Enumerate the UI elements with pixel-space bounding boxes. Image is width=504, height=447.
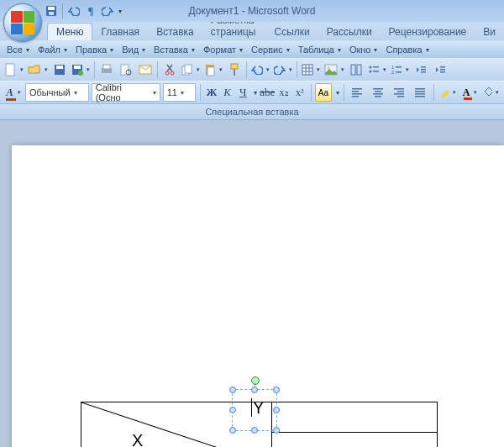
underline-dropdown[interactable]: ▾ <box>254 89 257 97</box>
font-color-button[interactable]: A <box>460 83 479 102</box>
table-cell-x[interactable]: X <box>107 431 143 447</box>
qat-redo-button[interactable] <box>100 3 115 18</box>
insert-table-button[interactable] <box>300 60 322 79</box>
superscript-button[interactable]: x² <box>293 84 307 101</box>
numbering-button[interactable]: 12 <box>389 60 411 79</box>
selected-text-box[interactable]: Y <box>232 389 277 431</box>
menu-insert[interactable]: Вставка▾ <box>150 43 198 56</box>
qat-save-button[interactable] <box>44 3 59 18</box>
print-preview-button[interactable] <box>117 60 135 79</box>
text-box-content[interactable]: Y <box>251 398 264 418</box>
new-doc-button[interactable] <box>3 60 25 79</box>
decrease-indent-button[interactable] <box>412 60 430 79</box>
qat-undo-button[interactable] <box>66 3 81 18</box>
menu-tools[interactable]: Сервис▾ <box>248 43 293 56</box>
resize-handle-s[interactable] <box>251 427 258 434</box>
quick-access-toolbar: ¶ ▾ <box>44 3 122 18</box>
menu-window[interactable]: Окно▾ <box>346 43 381 56</box>
svg-point-14 <box>165 71 169 75</box>
svg-rect-17 <box>185 65 192 73</box>
qat-customize-dropdown[interactable]: ▾ <box>118 8 122 15</box>
svg-rect-2 <box>49 12 54 15</box>
menu-view[interactable]: Вид▾ <box>118 43 149 56</box>
tab-insert[interactable]: Вставка <box>148 24 202 40</box>
svg-point-27 <box>370 66 372 69</box>
menu-help[interactable]: Справка▾ <box>382 43 432 56</box>
tab-menu[interactable]: Меню <box>47 23 92 40</box>
highlight-button[interactable] <box>438 83 458 102</box>
svg-rect-30 <box>373 71 379 72</box>
align-right-button[interactable] <box>390 83 408 102</box>
font-combo-value: Calibri (Осно <box>96 82 150 103</box>
redo-button[interactable] <box>272 60 294 79</box>
rotate-handle[interactable] <box>251 376 260 385</box>
menu-table[interactable]: Таблица▾ <box>295 43 344 56</box>
save-as-button[interactable] <box>70 60 92 79</box>
menu-file[interactable]: Файл▾ <box>34 43 71 56</box>
svg-rect-26 <box>357 65 361 75</box>
align-center-button[interactable] <box>369 83 387 102</box>
resize-handle-n[interactable] <box>251 387 258 393</box>
menu-all[interactable]: Все▾ <box>3 43 33 56</box>
resize-handle-w[interactable] <box>229 407 236 413</box>
change-case-dropdown[interactable]: ▾ <box>336 89 339 97</box>
open-button[interactable] <box>26 60 50 79</box>
change-case-button[interactable]: Aa <box>315 83 331 102</box>
bullets-button[interactable] <box>366 60 388 79</box>
mail-button[interactable] <box>136 60 155 79</box>
svg-rect-55 <box>415 93 425 95</box>
copy-button[interactable] <box>180 60 202 79</box>
underline-button[interactable]: Ч <box>237 84 250 101</box>
align-left-button[interactable] <box>348 83 366 102</box>
font-combo[interactable]: Calibri (Осно▾ <box>92 83 160 102</box>
resize-handle-nw[interactable] <box>229 387 236 393</box>
resize-handle-se[interactable] <box>273 427 280 434</box>
svg-point-15 <box>171 71 174 75</box>
tab-review[interactable]: Рецензирование <box>381 24 475 40</box>
bold-button[interactable]: Ж <box>205 84 218 101</box>
tab-home[interactable]: Главная <box>92 24 148 40</box>
document-page[interactable]: X Y <box>12 145 504 447</box>
font-size-combo[interactable]: 11▾ <box>163 83 197 102</box>
subscript-button[interactable]: x₂ <box>277 84 291 101</box>
svg-rect-3 <box>6 64 14 76</box>
tab-view[interactable]: Ви <box>475 24 504 40</box>
tab-mailings[interactable]: Рассылки <box>318 24 381 40</box>
shading-button[interactable] <box>481 83 501 102</box>
format-painter-button[interactable] <box>225 60 244 79</box>
svg-rect-19 <box>207 67 214 76</box>
svg-rect-4 <box>55 65 65 75</box>
resize-handle-e[interactable] <box>273 407 280 413</box>
italic-button[interactable]: К <box>221 84 234 101</box>
paste-button[interactable] <box>202 60 224 79</box>
svg-rect-37 <box>421 71 426 73</box>
svg-rect-43 <box>352 93 362 95</box>
svg-rect-53 <box>415 88 425 90</box>
svg-rect-34 <box>396 71 402 73</box>
cut-button[interactable] <box>160 60 179 79</box>
undo-button[interactable] <box>249 60 271 79</box>
tab-references[interactable]: Ссылки <box>266 24 318 40</box>
svg-rect-13 <box>139 66 151 74</box>
office-button[interactable] <box>3 3 42 42</box>
menu-format[interactable]: Формат▾ <box>200 43 246 56</box>
font-color-icon-button[interactable]: A <box>3 83 23 102</box>
qat-pilcrow-button[interactable]: ¶ <box>83 3 98 18</box>
resize-handle-ne[interactable] <box>273 387 280 393</box>
print-button[interactable] <box>97 60 116 79</box>
svg-rect-41 <box>352 88 362 90</box>
svg-rect-40 <box>440 71 445 73</box>
columns-button[interactable] <box>347 60 365 79</box>
svg-rect-18 <box>206 65 214 75</box>
svg-rect-16 <box>182 66 189 75</box>
menu-edit[interactable]: Правка▾ <box>72 43 117 56</box>
svg-rect-46 <box>375 91 381 92</box>
style-combo[interactable]: Обычный▾ <box>25 83 89 102</box>
resize-handle-sw[interactable] <box>229 427 236 434</box>
svg-rect-51 <box>394 93 404 95</box>
increase-indent-button[interactable] <box>431 60 449 79</box>
strikethrough-button[interactable]: abe <box>260 84 275 101</box>
justify-button[interactable] <box>411 83 429 102</box>
save-button[interactable] <box>50 60 69 79</box>
insert-picture-button[interactable] <box>323 60 346 79</box>
